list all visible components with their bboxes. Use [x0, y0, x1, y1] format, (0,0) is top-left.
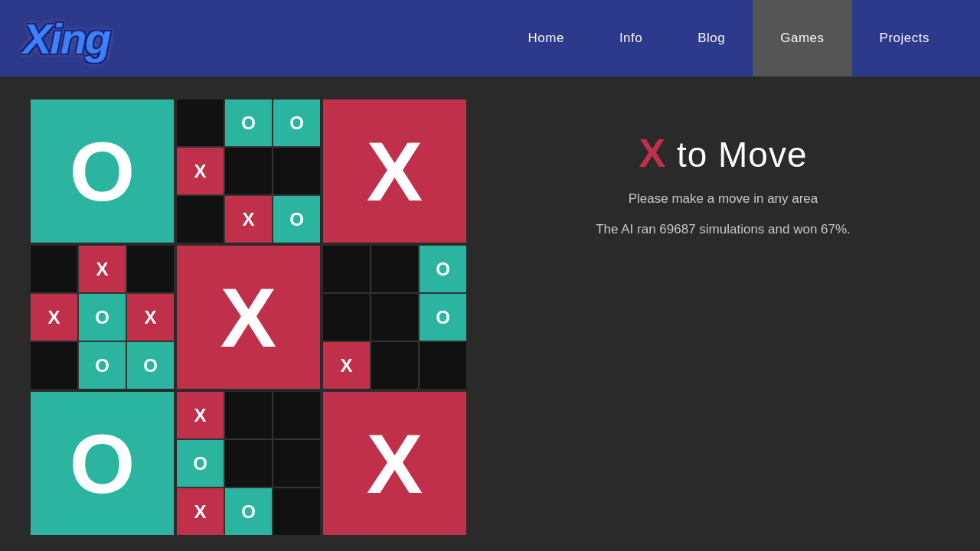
mini-cell-33[interactable]: O — [177, 440, 224, 487]
mini-cell-22[interactable]: O — [420, 246, 466, 292]
mini-cell-20[interactable] — [323, 246, 370, 292]
nav-info[interactable]: Info — [592, 0, 670, 77]
mini-cell-36[interactable]: X — [177, 488, 224, 535]
macro-symbol-0-2: X — [367, 129, 423, 214]
mini-cell-25[interactable]: O — [420, 294, 466, 341]
mini-cell-0[interactable] — [177, 99, 224, 146]
mini-cell-16[interactable] — [31, 342, 77, 389]
mini-cell-3[interactable]: X — [177, 148, 224, 194]
turn-rest-text: to Move — [666, 135, 807, 174]
nav-projects[interactable]: Projects — [852, 0, 957, 77]
macro-cell-2-1[interactable]: X O X O — [177, 392, 320, 535]
mini-cell-11[interactable]: X — [79, 246, 126, 292]
macro-symbol-2-0: O — [70, 422, 136, 506]
mini-cell-17[interactable]: O — [79, 342, 126, 389]
macro-cell-1-1[interactable]: X — [177, 246, 320, 389]
turn-indicator: X to Move — [639, 130, 807, 176]
nav-home[interactable]: Home — [501, 0, 592, 77]
macro-symbol-2-2: X — [367, 422, 423, 506]
macro-cell-2-2[interactable]: X — [323, 392, 466, 535]
mini-cell-4[interactable] — [225, 148, 272, 194]
mini-cell-5[interactable] — [273, 148, 320, 194]
game-board: O O O X X O X X — [31, 99, 466, 535]
mini-cell-7[interactable]: X — [225, 196, 272, 243]
macro-cell-1-0[interactable]: X X O X O O — [31, 246, 174, 389]
logo: Xing — [23, 14, 109, 64]
mini-cell-27[interactable] — [371, 342, 418, 389]
mini-cell-37[interactable]: O — [225, 488, 272, 535]
macro-symbol-1-1: X — [220, 276, 276, 360]
mini-cell-1[interactable]: O — [225, 99, 272, 146]
mini-cell-38[interactable] — [273, 488, 320, 535]
macro-cell-0-0[interactable]: O — [31, 99, 174, 243]
macro-cell-0-2[interactable]: X — [323, 99, 466, 243]
mini-cell-23[interactable] — [323, 294, 370, 341]
macro-cell-2-0[interactable]: O — [31, 392, 174, 535]
mini-cell-28[interactable] — [420, 342, 466, 389]
mini-cell-2[interactable]: O — [273, 99, 320, 146]
nav-games[interactable]: Games — [753, 0, 851, 77]
navigation: Home Info Blog Games Projects — [501, 0, 957, 77]
macro-cell-0-1[interactable]: O O X X O — [177, 99, 320, 243]
mini-cell-10[interactable] — [31, 246, 77, 292]
right-panel: X to Move Please make a move in any area… — [497, 99, 949, 237]
nav-blog[interactable]: Blog — [670, 0, 753, 77]
mini-cell-14[interactable]: O — [79, 294, 126, 341]
mini-cell-35[interactable] — [273, 440, 320, 487]
mini-cell-32[interactable] — [273, 392, 320, 439]
mini-grid-0-1: O O X X O — [177, 99, 320, 243]
mini-cell-15[interactable]: X — [127, 294, 174, 341]
macro-symbol-0-0: O — [70, 129, 136, 214]
mini-cell-30[interactable]: X — [177, 392, 224, 439]
mini-cell-8[interactable]: O — [273, 196, 320, 243]
mini-grid-1-2: O O X — [323, 246, 466, 389]
mini-cell-13[interactable]: X — [31, 294, 77, 341]
header: Xing Home Info Blog Games Projects — [0, 0, 980, 77]
mini-cell-6[interactable] — [177, 196, 224, 243]
mini-cell-18[interactable]: O — [127, 342, 174, 389]
mini-cell-34[interactable] — [225, 440, 272, 487]
mini-cell-24[interactable] — [371, 294, 418, 341]
instruction-text: Please make a move in any area — [629, 191, 818, 207]
ai-info-text: The AI ran 69687 simulations and won 67%… — [596, 222, 851, 237]
main-content: O O O X X O X X — [0, 77, 980, 551]
mini-grid-2-1: X O X O — [177, 392, 320, 535]
macro-cell-1-2[interactable]: O O X — [323, 246, 466, 389]
mini-cell-26[interactable]: X — [323, 342, 370, 389]
mini-cell-31[interactable] — [225, 392, 272, 439]
mini-cell-21[interactable] — [371, 246, 418, 292]
mini-cell-12[interactable] — [127, 246, 174, 292]
turn-x-letter: X — [639, 131, 666, 175]
mini-grid-1-0: X X O X O O — [31, 246, 174, 389]
